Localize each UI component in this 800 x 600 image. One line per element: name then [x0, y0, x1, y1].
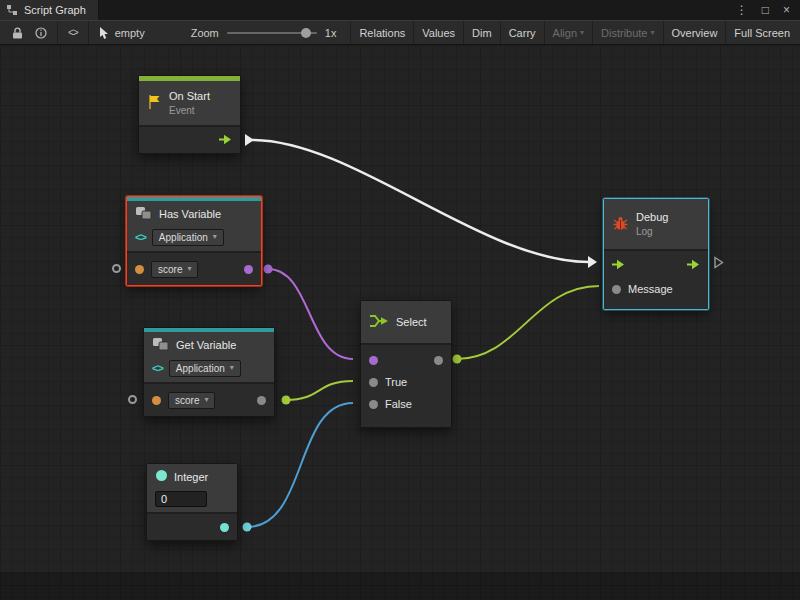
node-title: Get Variable — [176, 339, 236, 351]
carry-button[interactable]: Carry — [500, 21, 544, 44]
variable-name-input-port[interactable] — [135, 265, 144, 274]
node-title: On Start — [169, 89, 210, 103]
align-button[interactable]: Align ▾ — [544, 21, 592, 44]
toolbar-code-group: <> — [58, 21, 89, 44]
fullscreen-button[interactable]: Full Screen — [725, 21, 798, 44]
node-get-variable[interactable]: Get Variable <> Application ▾ score ▾ — [143, 327, 275, 417]
values-button[interactable]: Values — [413, 21, 463, 44]
canvas-bottom-shade — [0, 572, 800, 600]
wire-endpoint-dot[interactable] — [282, 396, 291, 405]
variable-name-dropdown[interactable]: score ▾ — [168, 392, 215, 409]
selection-output-port[interactable] — [434, 356, 443, 365]
flow-output-port[interactable] — [219, 134, 232, 147]
has-variable-header: Has Variable <> Application ▾ — [127, 201, 261, 251]
wire-endpoint-dot[interactable] — [243, 523, 252, 532]
overview-button[interactable]: Overview — [663, 21, 726, 44]
node-integer[interactable]: Integer — [146, 463, 238, 541]
wire-select-to-log-message[interactable] — [457, 286, 599, 359]
distribute-button[interactable]: Distribute ▾ — [592, 21, 662, 44]
scope-icon: <> — [135, 231, 146, 243]
tab-script-graph[interactable]: Script Graph — [0, 0, 99, 20]
scope-dropdown[interactable]: Application ▾ — [152, 229, 224, 246]
selection-indicator: empty — [89, 21, 155, 44]
node-debug-log[interactable]: Debug Log Message — [603, 198, 709, 310]
chevron-down-icon: ▾ — [651, 29, 655, 37]
graph-icon — [6, 4, 18, 16]
wire-integer-to-select-false[interactable] — [247, 403, 353, 527]
wire-onstart-to-log[interactable] — [252, 140, 589, 262]
message-label: Message — [628, 283, 673, 295]
wire-getvariable-to-select-true[interactable] — [286, 381, 353, 400]
scope-icon: <> — [152, 362, 163, 374]
toolbar-left-group — [2, 21, 58, 44]
integer-header: Integer — [147, 464, 237, 512]
get-variable-header: Get Variable <> Application ▾ — [144, 332, 274, 382]
message-input-port[interactable] — [612, 285, 621, 294]
get-variable-body: score ▾ — [144, 382, 274, 416]
close-icon[interactable]: × — [783, 4, 790, 16]
dim-button[interactable]: Dim — [463, 21, 500, 44]
on-start-body — [139, 125, 240, 153]
bug-icon — [612, 216, 629, 233]
variable-name-value: score — [175, 395, 199, 406]
menu-icon[interactable]: ⋮ — [736, 4, 748, 16]
flow-input-port[interactable] — [612, 259, 625, 272]
info-icon[interactable] — [35, 27, 47, 39]
flow-arrow-marker[interactable] — [245, 134, 254, 146]
unconnected-input-port[interactable] — [112, 264, 121, 273]
false-input-port[interactable] — [369, 400, 378, 409]
node-on-start[interactable]: On Start Event — [138, 75, 241, 154]
node-has-variable[interactable]: Has Variable <> Application ▾ score ▾ — [126, 196, 262, 286]
scope-value: Application — [159, 232, 208, 243]
wire-endpoint-dot[interactable] — [453, 355, 462, 364]
unconnected-input-port[interactable] — [128, 395, 137, 404]
scope-dropdown[interactable]: Application ▾ — [169, 360, 241, 377]
variable-name-dropdown[interactable]: score ▾ — [151, 261, 198, 278]
chevron-down-icon: ▾ — [580, 29, 584, 37]
flow-output-port[interactable] — [687, 259, 700, 272]
wire-hasvariable-to-select[interactable] — [268, 269, 353, 359]
selection-label: empty — [115, 27, 145, 39]
true-label: True — [385, 376, 407, 388]
select-icon — [369, 314, 389, 330]
scope-value: Application — [176, 363, 225, 374]
node-title: Debug — [636, 210, 668, 224]
distribute-label: Distribute — [601, 27, 647, 39]
node-title: Integer — [174, 471, 208, 483]
zoom-control: Zoom 1x — [181, 21, 347, 44]
variable-name-input-port[interactable] — [152, 396, 161, 405]
graph-toolbar: <> empty Zoom 1x Relations Values Dim Ca… — [0, 20, 800, 45]
chevron-down-icon: ▾ — [230, 364, 234, 372]
toolbar-buttons: Relations Values Dim Carry Align ▾ Distr… — [350, 21, 798, 44]
integer-output-port[interactable] — [220, 523, 229, 532]
flag-icon — [147, 94, 162, 112]
variable-name-value: score — [158, 264, 182, 275]
select-body: True False — [361, 343, 451, 427]
code-icon[interactable]: <> — [68, 27, 78, 38]
has-variable-body: score ▾ — [127, 251, 261, 285]
bool-output-port[interactable] — [244, 265, 253, 274]
relations-button[interactable]: Relations — [350, 21, 413, 44]
flow-arrow-marker — [588, 256, 597, 268]
zoom-value: 1x — [325, 27, 337, 39]
node-title: Has Variable — [159, 208, 221, 220]
graph-canvas[interactable]: On Start Event Has Variable — [0, 45, 800, 600]
debug-log-body: Message — [604, 249, 708, 309]
tab-bar: Script Graph ⋮ □ × — [0, 0, 800, 20]
maximize-icon[interactable]: □ — [762, 4, 769, 16]
flow-continuation-icon[interactable] — [714, 256, 724, 269]
node-select[interactable]: Select True False — [360, 300, 452, 428]
chevron-down-icon: ▾ — [213, 233, 217, 241]
selector-input-port[interactable] — [369, 356, 378, 365]
zoom-slider[interactable] — [227, 27, 317, 39]
align-label: Align — [553, 27, 577, 39]
true-input-port[interactable] — [369, 378, 378, 387]
lock-icon[interactable] — [12, 27, 23, 39]
zoom-slider-handle[interactable] — [301, 28, 311, 38]
wire-endpoint-dot[interactable] — [264, 265, 273, 274]
integer-value-input[interactable] — [155, 491, 207, 507]
node-title: Select — [396, 316, 427, 328]
value-output-port[interactable] — [257, 396, 266, 405]
integer-body — [147, 512, 237, 540]
debug-log-header: Debug Log — [604, 199, 708, 249]
